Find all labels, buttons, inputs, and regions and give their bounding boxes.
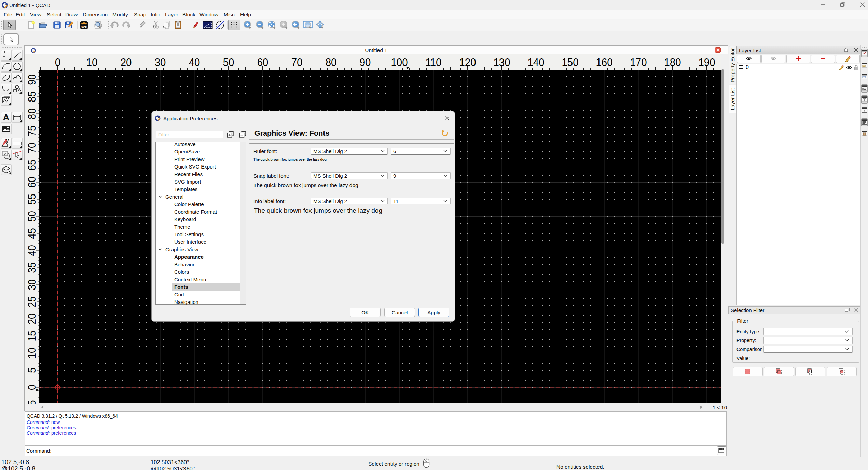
svg-text:A: A: [3, 112, 10, 122]
svg-text:SVG: SVG: [81, 25, 87, 29]
